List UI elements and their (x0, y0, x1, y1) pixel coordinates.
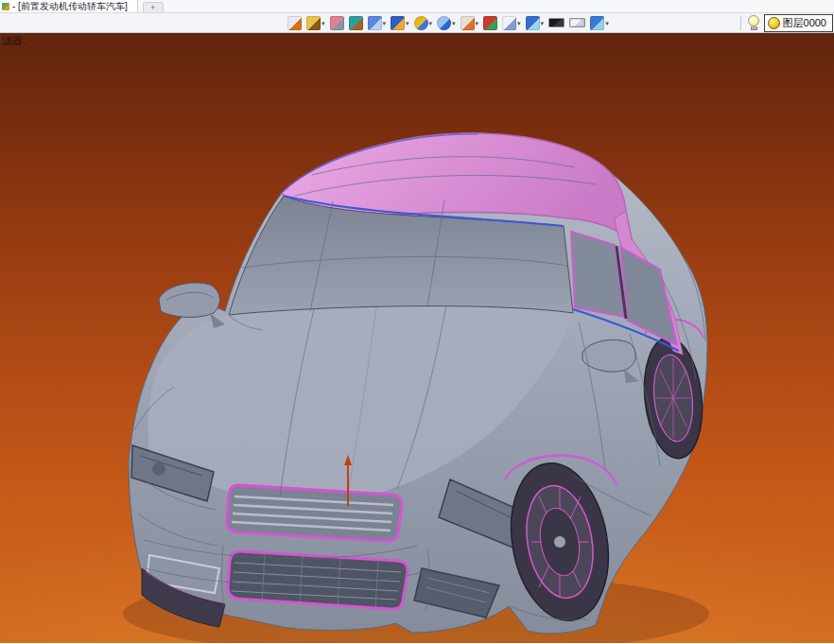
document-icon (2, 3, 9, 10)
selection-grid-icon[interactable] (482, 15, 498, 31)
pen-icon-glyph (330, 16, 344, 30)
bulb-globe (748, 15, 759, 26)
filter-button[interactable]: 滤器. (2, 34, 26, 48)
material-fill-icon-glyph (306, 16, 321, 30)
display-monitor-icon-glyph (526, 16, 540, 30)
lighting-icon-glyph (460, 16, 475, 30)
dropdown-arrow-icon[interactable]: ▾ (541, 20, 545, 26)
white-color-swatch-glyph (569, 18, 585, 27)
dropdown-arrow-icon[interactable]: ▾ (383, 20, 387, 26)
dropdown-arrow-icon[interactable]: ▾ (429, 20, 433, 26)
dropdown-arrow-icon[interactable]: ▾ (452, 20, 456, 26)
shaded-cube-icon[interactable]: ▾ (390, 15, 410, 31)
layer-color-icon (768, 17, 780, 29)
selection-grid-icon-glyph (483, 16, 497, 30)
marquee-icon-glyph (502, 16, 516, 30)
titlebar: - [前置发动机传动轿车汽车] + (0, 0, 834, 13)
wireframe-cube-icon-glyph (368, 16, 382, 30)
material-cube-icon-glyph (590, 16, 604, 30)
grille-upper[interactable] (227, 485, 402, 541)
pie-display-icon-glyph (414, 16, 428, 30)
3d-viewport[interactable]: 滤器. (0, 33, 834, 643)
layer-name-label: 图层0000 (783, 16, 826, 30)
exit-icon[interactable] (287, 15, 303, 31)
white-color-swatch[interactable] (568, 17, 586, 28)
bulb-base (751, 26, 757, 30)
dropdown-arrow-icon[interactable]: ▾ (476, 20, 479, 26)
lighting-icon[interactable]: ▾ (460, 15, 480, 31)
car-3d-model[interactable] (0, 33, 834, 643)
texture-box-icon[interactable] (348, 15, 364, 31)
exit-icon-glyph (287, 16, 302, 30)
marquee-icon[interactable]: ▾ (501, 15, 522, 31)
material-cube-icon[interactable]: ▾ (589, 15, 610, 31)
zoom-search-icon-glyph (437, 16, 451, 30)
wireframe-cube-icon[interactable]: ▾ (367, 15, 388, 31)
dropdown-arrow-icon[interactable]: ▾ (406, 20, 409, 26)
layer-controls: 图层0000 (740, 14, 834, 32)
texture-box-icon-glyph (349, 16, 363, 30)
display-monitor-icon[interactable]: ▾ (525, 15, 546, 31)
new-tab-button[interactable]: + (143, 2, 164, 12)
pen-icon[interactable] (329, 15, 345, 31)
dropdown-arrow-icon[interactable]: ▾ (321, 20, 325, 26)
layer-visibility-bulb-icon[interactable] (748, 15, 760, 30)
pie-display-icon[interactable]: ▾ (413, 15, 434, 31)
zoom-search-icon[interactable]: ▾ (436, 15, 457, 31)
material-fill-icon[interactable]: ▾ (305, 15, 326, 31)
current-layer-selector[interactable]: 图层0000 (764, 14, 833, 32)
render-toolbar: ▾▾▾▾▾▾▾▾▾ 图层0000 (0, 13, 834, 33)
tab-title: - [前置发动机传动轿车汽车] (12, 0, 128, 13)
black-color-swatch[interactable] (547, 17, 565, 28)
shaded-cube-icon-glyph (391, 16, 405, 30)
document-tab[interactable]: - [前置发动机传动轿车汽车] (0, 0, 138, 12)
toolbar-icons: ▾▾▾▾▾▾▾▾▾ (287, 15, 610, 31)
toolbar-separator (740, 16, 741, 30)
black-color-swatch-glyph (548, 18, 565, 27)
dropdown-arrow-icon[interactable]: ▾ (605, 20, 609, 26)
dropdown-arrow-icon[interactable]: ▾ (517, 20, 521, 26)
